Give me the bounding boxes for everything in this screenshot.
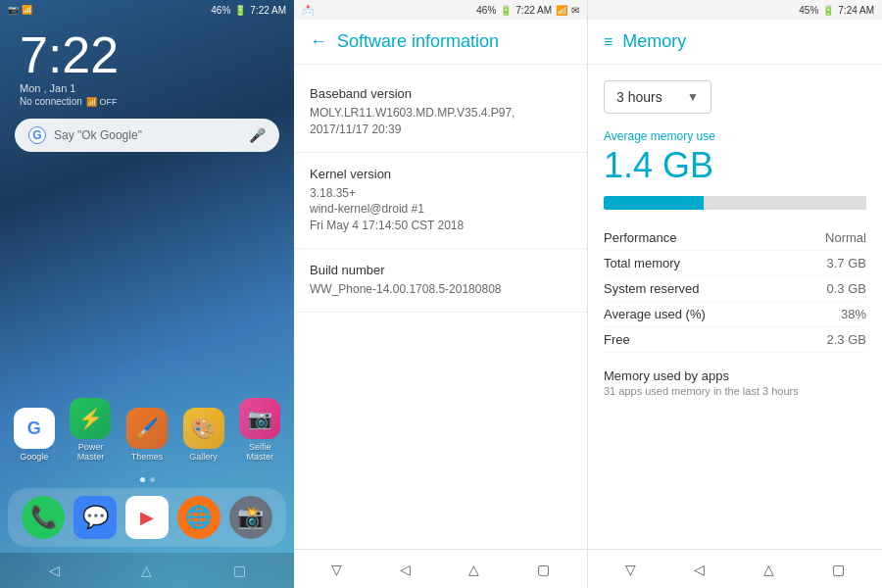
search-bar[interactable]: G Say "Ok Google" 🎤: [15, 119, 279, 152]
gallery-icon-img: 🎨: [183, 408, 224, 449]
build-value: WW_Phone-14.00.1708.5-20180808: [310, 281, 571, 298]
dock-camera[interactable]: 📸: [229, 496, 272, 539]
battery-home: 46%: [211, 5, 230, 16]
dot-2: [150, 477, 155, 482]
mem-battery-icon: 🔋: [822, 5, 834, 16]
memory-bar-used: [604, 196, 704, 210]
nav-bar-home: ◁ △ ▢: [0, 553, 294, 588]
dock: 📞 💬 ▶ 🌐 📸: [8, 488, 286, 547]
nav-recent-mem[interactable]: ▢: [832, 562, 845, 577]
soft-time: 7:22 AM: [515, 5, 552, 16]
avg-value: 1.4 GB: [604, 145, 866, 186]
nav-down-mem[interactable]: ▽: [625, 562, 636, 577]
wifi-icon: 📶: [22, 5, 32, 15]
battery-icon-home: 🔋: [234, 5, 246, 16]
mic-icon[interactable]: 🎤: [249, 127, 266, 143]
dock-phone[interactable]: 📞: [22, 496, 65, 539]
soft-notif-icon: 📩: [302, 5, 314, 16]
stat-reserved-value: 0.3 GB: [827, 281, 866, 296]
app-gallery[interactable]: 🎨 Gallery: [179, 408, 228, 462]
mem-content: 3 hours ▼ Average memory use 1.4 GB Perf…: [588, 65, 882, 549]
stat-reserved: System reserved 0.3 GB: [604, 276, 866, 302]
stat-free-value: 2.3 GB: [827, 332, 866, 347]
no-connection: No connection 📶 OFF: [20, 96, 274, 107]
nav-back-mem[interactable]: ◁: [694, 562, 705, 577]
mem-battery: 45%: [799, 5, 818, 16]
app-google[interactable]: G Google: [10, 408, 59, 462]
soft-email: ✉: [571, 5, 579, 16]
status-bar-mem: 45% 🔋 7:24 AM: [588, 0, 882, 20]
status-right-icons: 46% 🔋 7:22 AM: [211, 5, 286, 16]
status-left-icons: 📷 📶: [8, 5, 32, 15]
app-selfie[interactable]: 📷 Selfie Master: [235, 398, 284, 462]
stat-avg-pct-label: Average used (%): [604, 307, 706, 321]
clock-info: Mon , Jan 1: [20, 82, 274, 94]
mem-status-right: 45% 🔋 7:24 AM: [799, 5, 874, 16]
search-placeholder: Say "Ok Google": [54, 128, 241, 142]
memory-panel: 45% 🔋 7:24 AM ≡ Memory 3 hours ▼ Average…: [588, 0, 882, 588]
google-g-icon: G: [28, 126, 46, 144]
nav-home-mem[interactable]: △: [763, 562, 774, 577]
stat-performance-value: Normal: [825, 230, 866, 245]
selfie-label: Selfie Master: [235, 442, 284, 462]
stat-avg-pct-value: 38%: [841, 307, 866, 321]
clock-area: 7:22 Mon , Jan 1 No connection 📶 OFF: [0, 20, 294, 109]
memory-bar-container: [604, 196, 866, 210]
soft-status-right: 46% 🔋 7:22 AM 📶 ✉: [476, 5, 579, 16]
status-bar-soft: 📩 46% 🔋 7:22 AM 📶 ✉: [294, 0, 587, 20]
mem-time: 7:24 AM: [838, 5, 874, 16]
kernel-value: 3.18.35+wind-kernel@droid #1Fri May 4 17…: [310, 185, 571, 234]
app-powermaster[interactable]: ⚡ Power Master: [67, 398, 116, 462]
no-connection-text: No connection: [20, 96, 82, 107]
dock-browser[interactable]: 🌐: [177, 496, 220, 539]
nav-recent-home[interactable]: ▢: [233, 563, 246, 578]
mem-stats: Performance Normal Total memory 3.7 GB S…: [604, 225, 866, 353]
soft-title: Software information: [337, 31, 499, 52]
hours-dropdown[interactable]: 3 hours ▼: [604, 80, 711, 114]
clock-date: Mon , Jan 1: [20, 82, 75, 94]
info-kernel: Kernel version 3.18.35+wind-kernel@droid…: [294, 153, 587, 249]
app-themes[interactable]: 🖌️ Themes: [122, 408, 172, 462]
apps-subtitle: 31 apps used memory in the last 3 hours: [604, 385, 866, 397]
gallery-label: Gallery: [189, 452, 218, 462]
avg-label: Average memory use: [604, 129, 866, 143]
nav-back-home[interactable]: ◁: [49, 563, 60, 578]
nav-recent-soft[interactable]: ▢: [537, 562, 550, 577]
stat-free-label: Free: [604, 332, 630, 347]
nav-back-soft[interactable]: ◁: [400, 562, 411, 577]
app-grid: G Google ⚡ Power Master 🖌️ Themes 🎨 Gall…: [0, 162, 294, 471]
stat-total-value: 3.7 GB: [827, 256, 866, 270]
stat-avg-pct: Average used (%) 38%: [604, 302, 866, 327]
dock-play[interactable]: ▶: [125, 496, 169, 539]
menu-icon[interactable]: ≡: [604, 33, 612, 51]
nav-bar-soft: ▽ ◁ △ ▢: [294, 549, 587, 588]
back-arrow[interactable]: ←: [310, 31, 327, 52]
notification-icon: 📷: [8, 5, 19, 15]
hours-label: 3 hours: [616, 89, 662, 105]
baseband-value: MOLY.LR11.W1603.MD.MP.V35.4.P97, 2017/11…: [310, 105, 571, 138]
mem-title: Memory: [622, 31, 686, 52]
google-icon-img: G: [14, 408, 55, 449]
stat-total-label: Total memory: [604, 256, 680, 270]
stat-free: Free 2.3 GB: [604, 327, 866, 353]
nav-home-soft[interactable]: △: [468, 562, 479, 577]
stat-total: Total memory 3.7 GB: [604, 251, 866, 276]
time-home: 7:22 AM: [250, 5, 286, 16]
soft-header: ← Software information: [294, 20, 587, 65]
baseband-label: Baseband version: [310, 86, 571, 101]
status-bar-home: 📷 📶 46% 🔋 7:22 AM: [0, 0, 294, 20]
software-panel: 📩 46% 🔋 7:22 AM 📶 ✉ ← Software informati…: [294, 0, 588, 588]
dock-messages[interactable]: 💬: [74, 496, 117, 539]
home-screen: 📷 📶 46% 🔋 7:22 AM 7:22 Mon , Jan 1 No co…: [0, 0, 294, 588]
page-dots: [0, 471, 294, 488]
powermaster-icon-img: ⚡: [70, 398, 111, 439]
themes-icon-img: 🖌️: [126, 408, 168, 449]
nav-down-soft[interactable]: ▽: [331, 562, 342, 577]
nav-bar-mem: ▽ ◁ △ ▢: [588, 549, 882, 588]
stat-reserved-label: System reserved: [604, 281, 700, 296]
soft-content: Baseband version MOLY.LR11.W1603.MD.MP.V…: [294, 65, 587, 549]
nav-home-home[interactable]: △: [141, 563, 152, 578]
soft-battery-icon: 🔋: [500, 5, 512, 16]
mem-header: ≡ Memory: [588, 20, 882, 65]
soft-status-left: 📩: [302, 5, 314, 16]
